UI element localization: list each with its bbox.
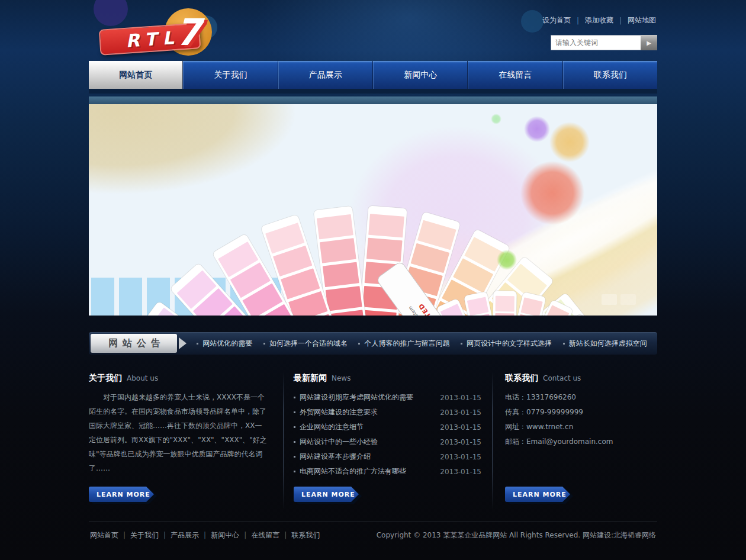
news-list: 网站建设初期应考虑网站优化的需要 2013-01-15 外贸网站建设的注意要求 … — [294, 390, 481, 479]
footer-link-home[interactable]: 网站首页 — [90, 530, 130, 540]
site-logo[interactable]: RTL 7 — [99, 7, 224, 58]
top-utility-links: 设为首页 | 添加收藏 | 网站地图 — [542, 15, 656, 25]
nav-item-guestbook[interactable]: 在线留言 — [468, 61, 562, 89]
footer-link-news[interactable]: 新闻中心 — [211, 530, 251, 540]
nav-shadow-strip — [89, 89, 657, 94]
add-favorite-link[interactable]: 添加收藏 — [585, 15, 613, 25]
bullet-icon — [461, 343, 462, 345]
contact-learn-more-button[interactable]: LEARN MORE — [505, 487, 571, 503]
news-link[interactable]: 电商网站不适合的推广方法有哪些 — [294, 466, 440, 477]
news-row: 企业网站的注意细节 2013-01-15 — [294, 420, 481, 435]
bullet-icon — [563, 343, 565, 345]
news-date: 2013-01-15 — [440, 408, 481, 417]
about-title-cn: 关于我们 — [89, 373, 122, 384]
announcement-link[interactable]: 网页设计中的文字样式选择 — [461, 339, 552, 349]
news-date: 2013-01-15 — [440, 423, 481, 432]
news-row: 网站建设基本步骤介绍 2013-01-15 — [294, 449, 481, 464]
news-title-cn: 最新新闻 — [294, 373, 327, 384]
copyright-text: Copyright © 2013 某某某企业品牌网站 All Rights Re… — [377, 530, 656, 540]
announcement-link[interactable]: 个人博客的推广与留言问题 — [358, 339, 449, 349]
announcement-link[interactable]: 如何选择一个合适的域名 — [263, 339, 348, 349]
footer-link-guestbook[interactable]: 在线留言 — [251, 530, 291, 540]
bullet-icon — [294, 426, 295, 428]
footer-link-about[interactable]: 关于我们 — [130, 530, 171, 540]
bullet-icon — [294, 397, 295, 398]
bullet-icon — [294, 471, 295, 472]
footer-links: 网站首页 关于我们 产品展示 新闻中心 在线留言 联系我们 — [90, 530, 320, 540]
divider: | — [619, 17, 622, 25]
content-columns: 关于我们 About us 对于国内越来越多的养宠人士来说，XXXX不是一个陌生… — [89, 367, 657, 516]
news-link[interactable]: 外贸网站建设的注意要求 — [294, 407, 440, 417]
news-date: 2013-01-15 — [440, 468, 481, 476]
about-section: 关于我们 About us 对于国内越来越多的养宠人士来说，XXXX不是一个陌生… — [89, 367, 283, 516]
arrow-right-icon — [179, 337, 186, 349]
announcement-link[interactable]: 新站长如何选择虚拟空间 — [563, 339, 647, 349]
nav-item-news[interactable]: 新闻中心 — [373, 61, 468, 89]
news-section: 最新新闻 News 网站建设初期应考虑网站优化的需要 2013-01-15 外贸… — [284, 367, 492, 516]
contact-fax: 传真：0779-99999999 — [505, 405, 657, 420]
bullet-icon — [294, 441, 295, 443]
contact-website: 网址：www.trnet.cn — [505, 420, 657, 435]
contact-phone: 电话：13317696260 — [505, 390, 657, 405]
logo-seven-text: 7 — [165, 8, 212, 56]
header: RTL 7 设为首页 | 添加收藏 | 网站地图 ▶ — [89, 0, 657, 61]
about-paragraph: 对于国内越来越多的养宠人士来说，XXXX不是一个陌生的名字。在国内宠物食品市场领… — [89, 390, 269, 475]
news-link[interactable]: 企业网站的注意细节 — [294, 422, 440, 432]
page: RTL 7 设为首页 | 添加收藏 | 网站地图 ▶ 网站首页 关于我们 — [0, 0, 746, 560]
announcement-link[interactable]: 网站优化的需要 — [197, 339, 252, 349]
news-link[interactable]: 网站建设基本步骤介绍 — [294, 452, 440, 462]
bullet-icon — [358, 343, 360, 345]
news-row: 网站设计中的一些小经验 2013-01-15 — [294, 435, 481, 449]
footer-link-contact[interactable]: 联系我们 — [291, 530, 320, 540]
news-row: 外贸网站建设的注意要求 2013-01-15 — [294, 405, 481, 420]
bullet-icon — [294, 456, 295, 458]
news-title-en: News — [332, 374, 351, 382]
news-link[interactable]: 网站设计中的一些小经验 — [294, 437, 440, 447]
about-title-en: About us — [127, 374, 158, 382]
contact-title-en: Contact us — [543, 374, 581, 382]
nav-item-products[interactable]: 产品展示 — [278, 61, 373, 89]
nav-item-about[interactable]: 关于我们 — [183, 61, 278, 89]
bullet-icon — [263, 343, 265, 345]
banner: Color Management SystemSOLID COATED — [89, 96, 657, 316]
contact-email: 邮箱：Email@yourdomain.com — [505, 435, 657, 449]
announcement-label: 网站公告 — [91, 334, 177, 353]
news-date: 2013-01-15 — [440, 394, 481, 402]
set-homepage-link[interactable]: 设为首页 — [542, 15, 571, 25]
arrow-right-icon: ▶ — [647, 40, 651, 46]
news-learn-more-button[interactable]: LEARN MORE — [294, 487, 360, 503]
sitemap-link[interactable]: 网站地图 — [628, 15, 656, 25]
contact-list: 电话：13317696260 传真：0779-99999999 网址：www.t… — [505, 390, 657, 449]
banner-color-fan-image: Color Management SystemSOLID COATED — [89, 96, 657, 316]
bullet-icon — [294, 411, 295, 413]
contact-title-cn: 联系我们 — [505, 373, 538, 384]
news-link[interactable]: 网站建设初期应考虑网站优化的需要 — [294, 392, 440, 403]
nav-item-home[interactable]: 网站首页 — [89, 61, 183, 89]
news-date: 2013-01-15 — [440, 438, 481, 446]
announcement-links: 网站优化的需要 如何选择一个合适的域名 个人博客的推广与留言问题 网页设计中的文… — [186, 339, 657, 349]
news-row: 网站建设初期应考虑网站优化的需要 2013-01-15 — [294, 390, 481, 405]
footer-link-products[interactable]: 产品展示 — [171, 530, 211, 540]
announcement-bar: 网站公告 网站优化的需要 如何选择一个合适的域名 个人博客的推广与留言问题 网页… — [89, 332, 657, 355]
search-bar: ▶ — [551, 35, 657, 50]
news-row: 电商网站不适合的推广方法有哪些 2013-01-15 — [294, 464, 481, 479]
divider: | — [577, 17, 579, 25]
search-button[interactable]: ▶ — [641, 35, 657, 50]
news-date: 2013-01-15 — [440, 453, 481, 461]
search-input[interactable] — [551, 35, 641, 50]
about-learn-more-button[interactable]: LEARN MORE — [89, 487, 155, 503]
footer: 网站首页 关于我们 产品展示 新闻中心 在线留言 联系我们 Copyright … — [89, 522, 657, 540]
main-nav: 网站首页 关于我们 产品展示 新闻中心 在线留言 联系我们 — [89, 61, 657, 89]
contact-section: 联系我们 Contact us 电话：13317696260 传真：0779-9… — [493, 367, 657, 516]
bullet-icon — [197, 343, 198, 345]
nav-item-contact[interactable]: 联系我们 — [563, 61, 657, 89]
